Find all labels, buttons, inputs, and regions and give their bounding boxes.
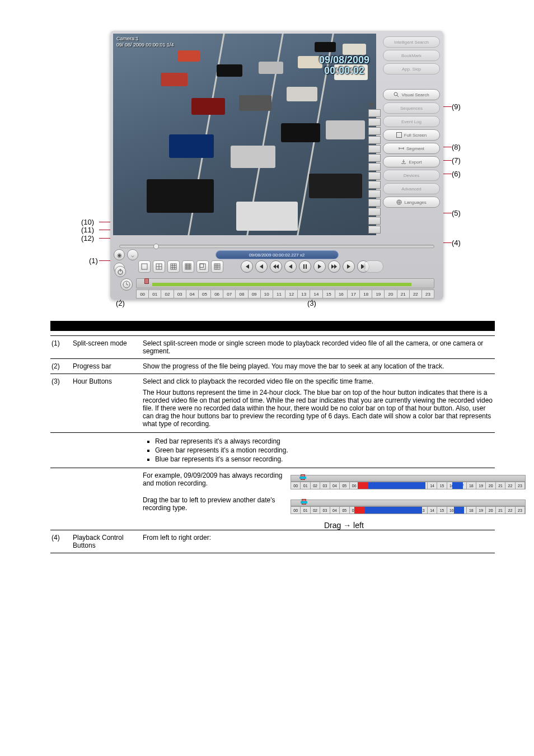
hour-button[interactable]: 23 [516, 482, 525, 489]
hour-button[interactable]: 05 [340, 507, 349, 514]
camera-cell[interactable] [368, 208, 381, 216]
hour-button[interactable]: 10 [261, 290, 273, 298]
view-2x2-button[interactable] [153, 260, 165, 273]
view-8-button[interactable] [196, 260, 209, 273]
hour-button[interactable]: 21 [496, 507, 505, 514]
hour-button[interactable]: 01 [149, 290, 161, 298]
hour-button[interactable]: 14 [310, 290, 322, 298]
hour-button[interactable]: 02 [311, 507, 320, 514]
hour-button[interactable]: 22 [410, 290, 422, 298]
camera-cell[interactable] [368, 118, 381, 126]
camera-cell[interactable] [368, 190, 381, 198]
mini-preview-bar[interactable] [291, 500, 526, 506]
camera-cell[interactable] [368, 226, 381, 234]
clock-icon[interactable] [120, 278, 133, 291]
advanced-button[interactable]: Advanced [383, 183, 440, 194]
hour-button[interactable]: 22 [505, 507, 515, 514]
app-skip-button[interactable]: App. Skip [383, 63, 440, 74]
export-button[interactable]: Export [383, 156, 440, 167]
hour-button[interactable]: 13 [298, 290, 310, 298]
hour-button[interactable]: 09 [249, 290, 261, 298]
devices-button[interactable]: Devices [383, 170, 440, 181]
hour-button[interactable]: 19 [476, 482, 486, 489]
hour-button[interactable]: 18 [467, 507, 476, 514]
sequences-button[interactable]: Sequences [383, 102, 440, 114]
hour-button[interactable]: 05 [340, 482, 349, 489]
camera-cell[interactable] [368, 127, 381, 135]
hour-button[interactable]: 04 [330, 507, 340, 514]
play-reverse-button[interactable] [284, 260, 297, 273]
progress-bar[interactable] [119, 245, 434, 248]
hour-button[interactable]: 15 [323, 290, 335, 298]
hour-button[interactable]: 08 [236, 290, 248, 298]
segment-button[interactable]: Segment [383, 143, 440, 154]
bookmark-button[interactable]: BookMark [383, 50, 440, 61]
play-button[interactable] [313, 260, 326, 273]
hour-button[interactable]: 20 [385, 290, 397, 298]
hour-button[interactable]: 11 [273, 290, 285, 298]
hour-button[interactable]: 00 [291, 507, 301, 514]
hour-button[interactable]: 01 [301, 507, 310, 514]
hour-button[interactable]: 03 [320, 482, 330, 489]
hour-button[interactable]: 21 [496, 482, 505, 489]
hour-button[interactable]: 02 [161, 290, 174, 298]
begin-button[interactable] [241, 260, 253, 273]
camera-cell[interactable] [368, 136, 381, 144]
progress-handle[interactable] [153, 244, 159, 249]
view-3x3-button[interactable] [167, 260, 180, 273]
hour-button[interactable]: 18 [360, 290, 372, 298]
hour-button[interactable]: 14 [428, 482, 437, 489]
camera-cell[interactable] [368, 217, 381, 225]
event-log-button[interactable]: Event Log [383, 116, 440, 127]
hour-button[interactable]: 15 [437, 507, 447, 514]
hour-button[interactable]: 18 [467, 482, 476, 489]
hour-button[interactable]: 20 [486, 482, 495, 489]
hour-button[interactable]: 06 [211, 290, 223, 298]
hour-button[interactable]: 15 [437, 482, 447, 489]
hour-button[interactable]: 03 [320, 507, 330, 514]
hour-button[interactable]: 04 [330, 482, 340, 489]
camera-cell[interactable] [368, 154, 381, 162]
hour-button[interactable]: 00 [291, 482, 301, 489]
hour-button[interactable]: 23 [422, 290, 434, 298]
full-screen-button[interactable]: Full Screen [383, 129, 440, 141]
hour-button[interactable]: 22 [505, 482, 515, 489]
camera-cell[interactable] [368, 109, 381, 117]
pause-button[interactable] [299, 260, 311, 273]
hour-button[interactable]: 19 [372, 290, 385, 298]
audio-icon[interactable] [368, 101, 377, 109]
hour-button[interactable]: 19 [476, 507, 486, 514]
hour-button[interactable]: 07 [223, 290, 236, 298]
hour-button[interactable]: 21 [397, 290, 410, 298]
mini-preview-bar[interactable] [291, 475, 526, 482]
fast-forward-button[interactable] [328, 260, 340, 273]
camera-cell[interactable] [368, 172, 381, 180]
intelligent-search-button[interactable]: Intelligent Search [383, 36, 440, 48]
hour-button[interactable]: 02 [311, 482, 320, 489]
hour-button[interactable]: 16 [335, 290, 348, 298]
archive-button[interactable] [363, 260, 383, 273]
hour-button[interactable]: 04 [186, 290, 199, 298]
power-button[interactable] [115, 266, 126, 277]
rewind-button[interactable] [270, 260, 282, 273]
hour-button[interactable]: 12 [285, 290, 298, 298]
visual-search-button[interactable]: Visual Search [383, 89, 440, 100]
view-4x4-button[interactable] [182, 260, 194, 273]
hour-button[interactable]: 01 [301, 482, 310, 489]
camera-cell[interactable] [368, 199, 381, 207]
hour-button[interactable]: 14 [428, 507, 437, 514]
languages-button[interactable]: Languages [383, 197, 440, 208]
camera-cell[interactable] [368, 181, 381, 189]
view-1x1-button[interactable] [138, 260, 151, 273]
hour-button[interactable]: 17 [348, 290, 360, 298]
camera-cell[interactable] [368, 145, 381, 153]
view-13-button[interactable] [211, 260, 223, 273]
next-frame-button[interactable] [343, 260, 355, 273]
hour-button[interactable]: 03 [174, 290, 186, 298]
hour-button[interactable]: 23 [516, 507, 525, 514]
prev-frame-button[interactable] [255, 260, 268, 273]
hour-button[interactable]: 00 [137, 290, 149, 298]
hour-bar-preview[interactable] [136, 278, 434, 288]
camera-cell[interactable] [368, 163, 381, 171]
hour-button[interactable]: 20 [486, 507, 495, 514]
